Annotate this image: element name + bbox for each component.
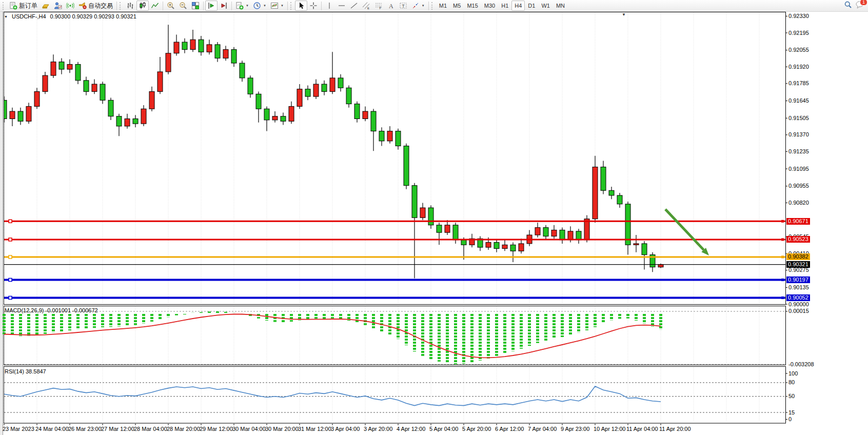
time-axis-label: 11 Apr 04:00 [626,426,658,432]
hline-price-label: 0.90382 [786,253,810,260]
candle-chart-icon [139,2,147,10]
time-axis-label: 3 Apr 20:00 [364,426,392,432]
separator [163,2,163,10]
time-axis-label: 28 Mar 04:00 [134,426,167,432]
line-chart-icon [151,2,159,10]
price-axis-label: 0.91095 [788,166,809,172]
timeframe-w1[interactable]: W1 [538,1,553,11]
timeframe-m15[interactable]: M15 [464,1,481,11]
vline-tool-button[interactable] [323,1,336,11]
fibonacci-icon: F [374,2,383,10]
separator [203,2,204,10]
svg-text:T: T [402,4,404,9]
macd-axis-label: 0.00015 [788,308,809,314]
auto-trading-button[interactable]: 自动交易 [76,1,115,11]
fibonacci-tool-button[interactable]: F [372,1,385,11]
time-axis-label: 29 Mar 12:00 [200,426,233,432]
gold-button[interactable] [40,1,52,11]
rsi-axis-label: 100 [788,370,798,377]
notification-badge: 1 [860,0,867,6]
trendline-tool-button[interactable] [348,1,360,11]
time-axis-label: 9 Apr 23:00 [561,426,589,432]
crosshair-tool-button[interactable] [307,1,320,11]
current-price-label: 0.90321 [786,261,810,268]
svg-text:E: E [367,7,369,10]
price-axis-label: 0.92330 [788,13,809,19]
label-tool-button[interactable]: T [397,1,409,11]
zoom-in-button[interactable] [165,1,177,11]
line-handle [781,279,784,281]
tile-windows-button[interactable] [189,1,202,11]
trendline-icon [350,2,358,10]
arrows-tool-button[interactable]: ▼ [409,1,427,11]
hline-price-label: 0.90197 [786,276,810,283]
hline-tool-button[interactable] [336,1,348,11]
svg-text:A: A [389,3,393,10]
message-button[interactable]: 1 [855,1,864,11]
crosshair-icon [309,2,318,10]
hline-price-label: 0.90523 [786,236,810,243]
add-indicator-icon [235,2,244,10]
chart-shift-button[interactable] [218,1,230,11]
candle-chart-button[interactable] [136,1,149,11]
toolbar: 新订单 自动交易 ▼ ▼ ▼ E F A T ▼ M1 M5 M15 M30 H… [0,0,868,12]
toolbar-grip [120,2,122,10]
price-axis-label: 0.90135 [788,284,809,290]
tile-windows-icon [191,2,200,10]
profile-button[interactable] [52,1,64,11]
timeframe-m5[interactable]: M5 [450,1,464,11]
chart-canvas[interactable] [0,0,868,435]
rsi-axis-label: 80 [788,379,795,385]
timeframe-h4[interactable]: H4 [511,1,525,11]
cursor-tool-button[interactable] [295,1,307,11]
price-axis-label: 0.92195 [788,30,809,36]
search-icon[interactable] [844,1,852,11]
timeframe-d1[interactable]: D1 [525,1,538,11]
line-handle [9,279,12,282]
line-chart-button[interactable] [149,1,161,11]
price-axis-label: 0.91785 [788,80,809,86]
time-axis-label: 7 Apr 04:00 [528,426,557,432]
macd-axis-label: -0.003208 [788,361,814,367]
rsi-axis-label: 15 [788,409,795,416]
signal-button[interactable] [64,1,76,11]
time-axis [4,424,661,425]
separator [287,2,288,10]
time-axis-label: 6 Apr 12:00 [495,426,524,432]
zoom-in-icon [167,2,175,10]
add-indicator-button[interactable]: ▼ [233,1,251,11]
chevron-down-icon: ▼ [281,4,284,7]
new-order-label: 新订单 [19,2,37,10]
time-axis-label: 5 Apr 04:00 [429,426,458,432]
timeframe-m30[interactable]: M30 [481,1,498,11]
price-axis-label: 0.90000 [788,301,809,307]
zoom-out-button[interactable] [177,1,189,11]
toolbar-grip [290,2,293,10]
new-order-button[interactable]: 新订单 [7,1,40,11]
timeframe-h1[interactable]: H1 [498,1,511,11]
timeframe-m1[interactable]: M1 [436,1,450,11]
auto-trading-label: 自动交易 [88,2,113,10]
price-axis-label: 0.90955 [788,183,809,189]
profile-icon [54,2,62,10]
price-axis-label: 0.91370 [788,131,809,137]
template-button[interactable]: ▼ [268,1,286,11]
bar-chart-button[interactable] [124,1,136,11]
timeframe-mn[interactable]: MN [553,1,568,11]
time-axis-label: 4 Apr 12:00 [397,426,425,432]
auto-scroll-button[interactable] [205,1,218,11]
hline-price-label: 0.90052 [786,294,810,301]
text-tool-button[interactable]: A [385,1,397,11]
time-axis-label: 23 Mar 2023 [3,426,34,432]
template-icon [270,2,279,10]
hline-price-label: 0.90671 [786,218,810,225]
periods-button[interactable]: ▼ [251,1,268,11]
time-axis-label: 30 Mar 04:00 [232,426,266,432]
price-axis-label: 0.91645 [788,97,809,104]
time-axis-label: 24 Mar 04:00 [35,426,69,432]
line-handle [9,220,12,223]
time-axis-label: 10 Apr 12:00 [594,426,625,432]
channel-tool-button[interactable]: E [360,1,372,11]
zoom-out-icon [179,2,187,10]
auto-trading-icon [78,2,87,10]
